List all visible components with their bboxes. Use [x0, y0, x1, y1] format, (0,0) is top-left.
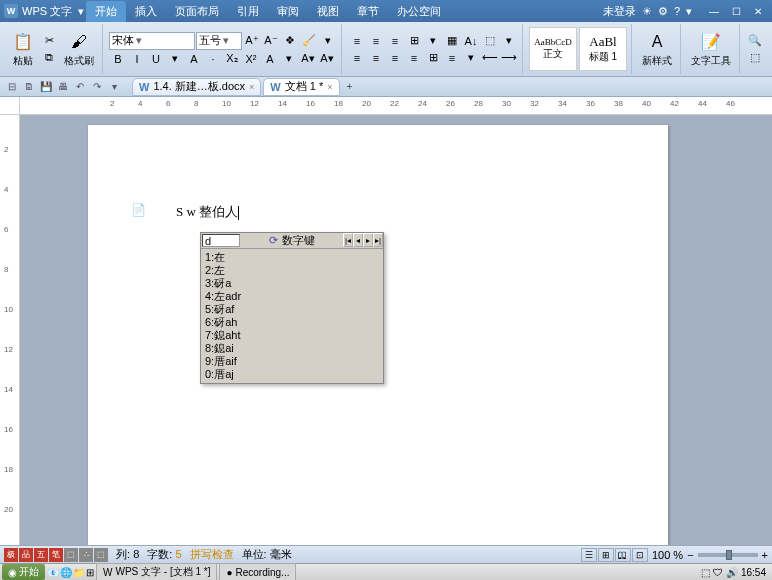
login-status[interactable]: 未登录 — [603, 4, 636, 19]
ime-input[interactable]: d — [202, 234, 240, 247]
para2-btn-8[interactable]: ⟶ — [500, 50, 518, 66]
qat-btn-4[interactable]: ↶ — [72, 79, 88, 95]
zoom-slider[interactable] — [698, 553, 758, 557]
para2-btn-4[interactable]: ⊞ — [424, 50, 442, 66]
ime-candidate[interactable]: 4:左adr — [205, 290, 379, 303]
menu-4[interactable]: 审阅 — [268, 1, 308, 22]
help-icon[interactable]: ? — [674, 5, 680, 17]
settings-icon[interactable]: ⚙ — [658, 5, 668, 18]
para1-btn-2[interactable]: ≡ — [386, 33, 404, 49]
ime-status[interactable]: 极品五笔⬚∴⬚ — [4, 548, 108, 562]
quicklaunch-1[interactable]: 🌐 — [60, 567, 72, 578]
ime-candidates[interactable]: 1:在2:左3:砑a4:左adr5:砑af6:砑ah7:鎴aht8:鎴ai9:厝… — [201, 249, 383, 383]
ime-nav-1[interactable]: ◂ — [353, 233, 363, 247]
ime-candidate[interactable]: 1:在 — [205, 251, 379, 264]
doc-tab-1[interactable]: W文档 1 *× — [263, 78, 339, 96]
para2-btn-5[interactable]: ≡ — [443, 50, 461, 66]
para2-btn-0[interactable]: ≡ — [348, 50, 366, 66]
font-fmt-0[interactable]: B — [109, 51, 127, 67]
maximize-button[interactable]: ☐ — [726, 4, 746, 18]
font-fmt-1[interactable]: I — [128, 51, 146, 67]
vertical-ruler[interactable]: 2468101214161820 — [0, 115, 20, 545]
start-button[interactable]: ◉ 开始 — [2, 564, 45, 580]
spell-check[interactable]: 拼写检查 — [190, 547, 234, 562]
para1-btn-3[interactable]: ⊞ — [405, 33, 423, 49]
font-btn-1[interactable]: A⁻ — [262, 33, 280, 49]
ime-nav-2[interactable]: ▸ — [363, 233, 373, 247]
para1-btn-6[interactable]: A↓ — [462, 33, 480, 49]
format-painter-button[interactable]: 🖌 格式刷 — [60, 24, 98, 74]
new-style-button[interactable]: A 新样式 — [638, 24, 676, 74]
font-name-combo[interactable]: 宋体▾ — [109, 32, 195, 50]
ime-candidate[interactable]: 9:厝aif — [205, 355, 379, 368]
menu-6[interactable]: 章节 — [348, 1, 388, 22]
para1-btn-4[interactable]: ▾ — [424, 33, 442, 49]
taskbar-app-0[interactable]: WWPS 文字 - [文档 1 *] — [96, 563, 217, 580]
menu-1[interactable]: 插入 — [126, 1, 166, 22]
ime-candidate[interactable]: 5:砑af — [205, 303, 379, 316]
quicklaunch-3[interactable]: ⊞ — [86, 567, 94, 578]
doc-tab-0[interactable]: W1.4. 新建…板.docx× — [132, 78, 261, 96]
zoom-level[interactable]: 100 % — [652, 549, 683, 561]
para1-btn-8[interactable]: ▾ — [500, 33, 518, 49]
quicklaunch-2[interactable]: 📁 — [73, 567, 85, 578]
font-fmt-9[interactable]: ▾ — [280, 51, 298, 67]
font-btn-3[interactable]: 🧹 — [300, 33, 318, 49]
font-fmt-7[interactable]: X² — [242, 51, 260, 67]
qat-btn-1[interactable]: 🗎 — [21, 79, 37, 95]
text-tools-button[interactable]: 📝 文字工具 — [687, 24, 735, 74]
title-dd[interactable]: ▾ — [686, 5, 692, 18]
skin-icon[interactable]: ☀ — [642, 5, 652, 18]
font-size-combo[interactable]: 五号▾ — [196, 32, 242, 50]
menu-7[interactable]: 办公空间 — [388, 1, 450, 22]
font-btn-0[interactable]: A⁺ — [243, 33, 261, 49]
view-btn-1[interactable]: ⊞ — [598, 548, 614, 562]
ime-candidate-window[interactable]: d ⟳数字键 |◂◂▸▸| 1:在2:左3:砑a4:左adr5:砑af6:砑ah… — [200, 232, 384, 384]
tab-close-icon[interactable]: × — [249, 82, 254, 92]
app-menu-dropdown[interactable]: ▾ — [76, 5, 86, 18]
para2-btn-1[interactable]: ≡ — [367, 50, 385, 66]
tab-add-button[interactable]: + — [342, 79, 358, 95]
cut-button[interactable]: ✂ — [40, 33, 58, 49]
ime-nav-3[interactable]: ▸| — [373, 233, 383, 247]
document-text[interactable]: S w 整伯人 — [176, 204, 238, 219]
font-fmt-5[interactable]: · — [204, 51, 222, 67]
menu-5[interactable]: 视图 — [308, 1, 348, 22]
style-1[interactable]: AaBl标题 1 — [579, 27, 627, 71]
para2-btn-3[interactable]: ≡ — [405, 50, 423, 66]
font-fmt-4[interactable]: A — [185, 51, 203, 67]
qat-btn-6[interactable]: ▾ — [106, 79, 122, 95]
para1-btn-7[interactable]: ⬚ — [481, 33, 499, 49]
font-btn-2[interactable]: ❖ — [281, 33, 299, 49]
tab-close-icon[interactable]: × — [327, 82, 332, 92]
font-btn-4[interactable]: ▾ — [319, 33, 337, 49]
qat-btn-5[interactable]: ↷ — [89, 79, 105, 95]
view-btn-0[interactable]: ☰ — [581, 548, 597, 562]
ime-candidate[interactable]: 6:砑ah — [205, 316, 379, 329]
horizontal-ruler[interactable]: 2468101214161820222426283032343638404244… — [0, 97, 772, 115]
qat-btn-2[interactable]: 💾 — [38, 79, 54, 95]
ime-candidate[interactable]: 2:左 — [205, 264, 379, 277]
find-button[interactable]: 🔍 — [746, 33, 764, 49]
ime-candidate[interactable]: 0:厝aj — [205, 368, 379, 381]
minimize-button[interactable]: — — [704, 4, 724, 18]
font-fmt-8[interactable]: A — [261, 51, 279, 67]
close-button[interactable]: ✕ — [748, 4, 768, 18]
font-fmt-11[interactable]: A▾ — [318, 51, 336, 67]
menu-0[interactable]: 开始 — [86, 1, 126, 22]
zoom-in[interactable]: + — [762, 549, 768, 561]
para2-btn-6[interactable]: ▾ — [462, 50, 480, 66]
ime-nav-0[interactable]: |◂ — [343, 233, 353, 247]
font-fmt-3[interactable]: ▾ — [166, 51, 184, 67]
ime-candidate[interactable]: 7:鎴aht — [205, 329, 379, 342]
para2-btn-2[interactable]: ≡ — [386, 50, 404, 66]
view-btn-2[interactable]: 🕮 — [615, 548, 631, 562]
menu-3[interactable]: 引用 — [228, 1, 268, 22]
zoom-out[interactable]: − — [687, 549, 693, 561]
para1-btn-5[interactable]: ▦ — [443, 33, 461, 49]
font-fmt-2[interactable]: U — [147, 51, 165, 67]
para1-btn-1[interactable]: ≡ — [367, 33, 385, 49]
ime-candidate[interactable]: 8:鎴ai — [205, 342, 379, 355]
copy-button[interactable]: ⧉ — [40, 50, 58, 66]
qat-btn-0[interactable]: ⊟ — [4, 79, 20, 95]
